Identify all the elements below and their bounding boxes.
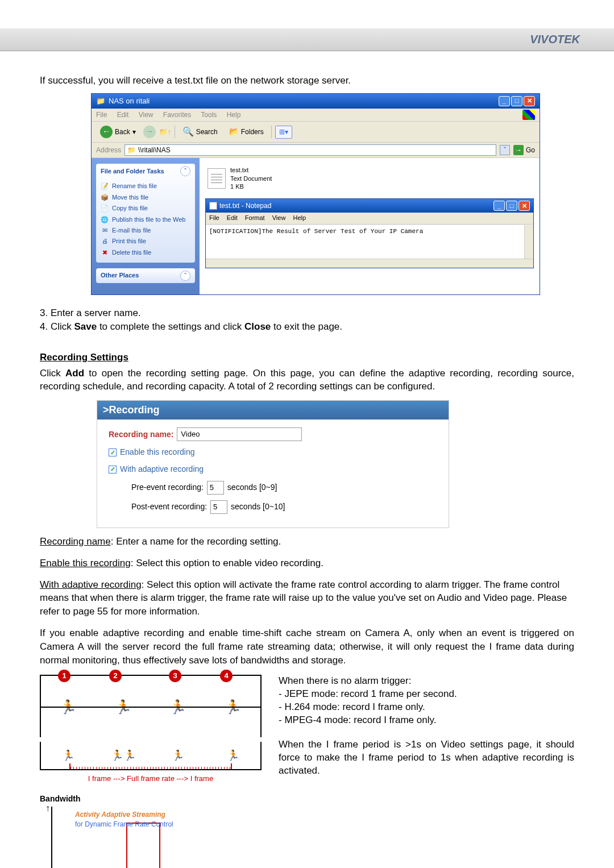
menu-tools[interactable]: Tools [201, 111, 217, 119]
pre-event-label: Pre-event recording: [131, 482, 204, 493]
recording-name-label: Recording name: [109, 429, 173, 441]
address-dropdown-button[interactable]: ˅ [500, 145, 510, 155]
post-event-input[interactable]: 5 [210, 500, 227, 514]
task-email[interactable]: ✉E-mail this file [101, 225, 190, 236]
folders-button[interactable]: 📂 Folders [225, 124, 268, 139]
menu-format[interactable]: Format [245, 214, 265, 221]
maximize-button[interactable]: □ [511, 96, 522, 106]
menu-help[interactable]: Help [227, 111, 241, 119]
y-arrow-icon: ↑ [45, 802, 50, 815]
enable-label: Enable this recording [120, 447, 195, 458]
collapse-button[interactable]: ˆ [180, 271, 190, 281]
file-type: Text Document [230, 175, 272, 182]
explorer-window: 📁 NAS on ritali _ □ ✕ File Edit View Fav… [91, 93, 540, 295]
address-label: Address [96, 146, 121, 155]
recording-name-desc: Recording name: Enter a name for the rec… [40, 535, 574, 549]
notepad-content: [NOTIFICATION]The Result of Server Test … [209, 228, 423, 235]
steps-list: 3. Enter a server name. 4. Click Save to… [40, 306, 574, 334]
enable-checkbox[interactable]: ✓ [109, 448, 117, 456]
pre-event-range: seconds [0~9] [227, 482, 277, 493]
notepad-body[interactable]: [NOTIFICATION]The Result of Server Test … [206, 225, 533, 259]
mode-h264: - H.264 mode: record I frame only. [279, 701, 574, 714]
minimize-button[interactable]: _ [499, 96, 510, 106]
maximize-button[interactable]: □ [506, 201, 517, 211]
tick-marks [69, 763, 232, 769]
vertical-scrollbar[interactable] [524, 225, 533, 259]
task-copy[interactable]: 📄Copy this file [101, 203, 190, 214]
timeline-diagram: 1 2 3 4 🏃 🏃 🏃 🏃 [40, 675, 262, 737]
notepad-menu: File Edit Format View Help [206, 213, 533, 224]
menu-view[interactable]: View [272, 214, 286, 221]
horizontal-scrollbar[interactable] [206, 259, 533, 268]
task-publish[interactable]: 🌐Publish this file to the Web [101, 214, 190, 225]
other-places: Other Places ˆ [96, 268, 195, 283]
publish-icon: 🌐 [101, 215, 109, 224]
file-folder-tasks: File and Folder Tasks ˆ 📝Rename this fil… [96, 164, 195, 263]
save-word: Save [74, 321, 97, 332]
adaptive-para2: If you enable adaptive recording and ena… [40, 626, 574, 667]
menu-view[interactable]: View [139, 111, 154, 119]
recording-panel: >Recording Recording name: Video ✓ Enabl… [97, 400, 449, 528]
back-label: Back [115, 127, 130, 137]
menu-edit[interactable]: Edit [227, 214, 238, 221]
side-panel: File and Folder Tasks ˆ 📝Rename this fil… [92, 158, 200, 294]
text: : Enter a name for the recording setting… [111, 536, 281, 547]
pre-event-input[interactable]: 5 [207, 481, 224, 495]
task-rename[interactable]: 📝Rename this file [101, 181, 190, 192]
collapse-button[interactable]: ˆ [180, 166, 190, 176]
forward-button[interactable]: → [143, 126, 156, 138]
text: to complete the settings and click [97, 321, 244, 332]
address-input[interactable]: 📁 \\ritali\NAS [125, 144, 496, 156]
adaptive-recording-row: ✓ With adaptive recording [109, 464, 437, 475]
menu-edit[interactable]: Edit [117, 111, 129, 119]
adaptive-label: With adaptive recording [120, 464, 204, 475]
text: to exit the page. [271, 321, 342, 332]
view-button[interactable]: ⊞▾ [275, 126, 292, 139]
no-alarm-heading: When there is no alarm trigger: [279, 675, 574, 688]
folders-icon: 📂 [229, 126, 239, 138]
back-button[interactable]: ← Back ▾ [96, 124, 140, 140]
file-item[interactable]: test.txt Text Document 1 KB [205, 164, 319, 193]
post-event-range: seconds [0~10] [231, 501, 285, 513]
adaptive-desc: With adaptive recording: Select this opt… [40, 578, 574, 618]
intro-text: If successful, you will receive a test.t… [40, 74, 574, 88]
tasks-header: File and Folder Tasks ˆ [96, 164, 195, 178]
toolbar-divider [175, 126, 175, 138]
task-delete[interactable]: ✖Delete this file [101, 247, 190, 258]
close-button[interactable]: ✕ [518, 201, 530, 211]
menu-file[interactable]: File [96, 111, 107, 119]
text-file-icon [208, 168, 226, 189]
explorer-body: File and Folder Tasks ˆ 📝Rename this fil… [92, 158, 540, 294]
mode-mpeg4: - MPEG-4 mode: record I frame only. [279, 714, 574, 727]
label: With adaptive recording [40, 579, 142, 590]
task-move[interactable]: 📦Move this file [101, 192, 190, 203]
delete-icon: ✖ [101, 248, 109, 257]
aas-label: Activity Adaptive Streaming [75, 810, 173, 820]
search-button[interactable]: 🔍 Search [179, 124, 222, 140]
recording-name-row: Recording name: Video [109, 427, 437, 441]
iframe-period-block: When the I frame period is >1s on Video … [279, 738, 574, 778]
close-button[interactable]: ✕ [524, 96, 535, 106]
menu-help[interactable]: Help [293, 214, 306, 221]
task-label: E-mail this file [112, 226, 151, 235]
notepad-title-bar: test.txt - Notepad _ □ ✕ [206, 199, 533, 213]
task-print[interactable]: 🖨Print this file [101, 236, 190, 247]
page-header: VIVOTEK [0, 28, 614, 51]
menu-file[interactable]: File [209, 214, 219, 221]
address-value: \\ritali\NAS [138, 146, 171, 155]
go-button[interactable]: → Go [513, 145, 535, 155]
notepad-title: test.txt - Notepad [219, 201, 271, 211]
diagram-column: 1 2 3 4 🏃 🏃 🏃 🏃 🏃 🏃🏃 🏃 🏃 I frame ---> Fu… [40, 675, 262, 868]
recording-settings-heading: Recording Settings [40, 351, 574, 364]
no-alarm-block: When there is no alarm trigger: - JEPE m… [279, 675, 574, 727]
minimize-button[interactable]: _ [493, 201, 505, 211]
adaptive-checkbox[interactable]: ✓ [109, 466, 117, 474]
up-button[interactable]: 📁↑ [159, 127, 171, 137]
window-title: NAS on ritali [109, 96, 150, 106]
search-icon: 🔍 [182, 126, 194, 138]
bandwidth-heading: Bandwidth [40, 794, 262, 805]
task-label: Delete this file [112, 248, 151, 257]
menu-favorites[interactable]: Favorites [163, 111, 191, 119]
step-3: 3. Enter a server name. [40, 306, 574, 320]
recording-name-input[interactable]: Video [177, 427, 302, 441]
